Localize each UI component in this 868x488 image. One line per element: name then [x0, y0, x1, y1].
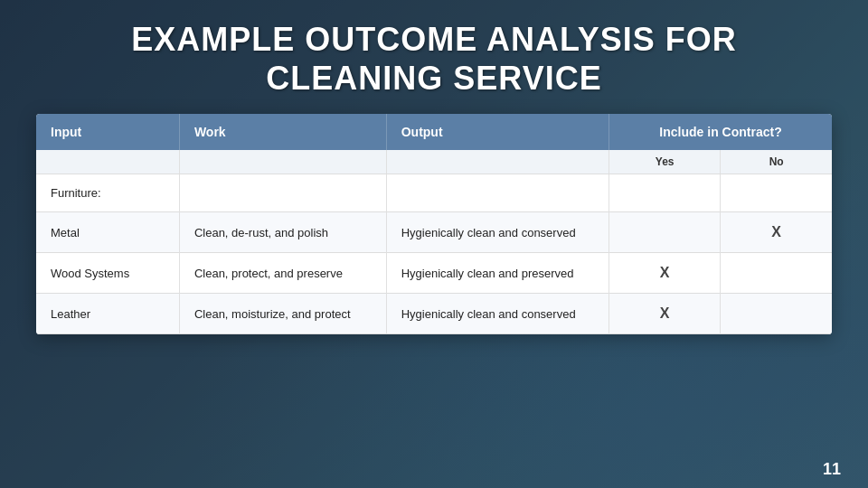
table-header-row: Input Work Output Include in Contract?: [36, 114, 832, 150]
row-3-input: Leather: [36, 294, 179, 334]
row-2-work: Clean, protect, and preserve: [179, 253, 386, 294]
row-0-input: Furniture:: [36, 174, 179, 212]
row-2-input: Wood Systems: [36, 253, 179, 294]
analysis-table: Input Work Output Include in Contract? Y…: [36, 114, 832, 334]
x-mark-2: X: [660, 265, 670, 280]
row-3-no: [721, 294, 832, 334]
row-0-no: [721, 174, 832, 212]
row-1-output: Hygienically clean and conserved: [386, 212, 609, 253]
header-output: Output: [386, 114, 609, 150]
table-row: Wood Systems Clean, protect, and preserv…: [36, 253, 832, 294]
table-row: Leather Clean, moisturize, and protect H…: [36, 294, 832, 334]
row-3-yes: X: [609, 294, 721, 334]
row-1-yes: [609, 212, 721, 253]
subheader-input: [36, 150, 179, 174]
row-2-yes: X: [609, 253, 721, 294]
row-0-output: [386, 174, 609, 212]
main-content: EXAMPLE OUTCOME ANALYSIS FOR CLEANING SE…: [0, 0, 868, 343]
analysis-table-wrapper: Input Work Output Include in Contract? Y…: [36, 114, 832, 334]
row-0-work: [179, 174, 386, 212]
row-1-work: Clean, de-rust, and polish: [179, 212, 386, 253]
row-2-output: Hygienically clean and preserved: [386, 253, 609, 294]
x-mark-1: X: [771, 224, 781, 239]
header-input: Input: [36, 114, 179, 150]
header-include: Include in Contract?: [609, 114, 832, 150]
page-number: 11: [823, 460, 841, 479]
table-row: Metal Clean, de-rust, and polish Hygieni…: [36, 212, 832, 253]
row-2-no: [721, 253, 832, 294]
row-1-input: Metal: [36, 212, 179, 253]
x-mark-3: X: [660, 305, 670, 321]
subheader-yes: Yes: [609, 150, 721, 174]
header-work: Work: [179, 114, 386, 150]
table-subheader-row: Yes No: [36, 150, 832, 174]
row-0-yes: [609, 174, 721, 212]
subheader-work: [179, 150, 386, 174]
page-title: EXAMPLE OUTCOME ANALYSIS FOR CLEANING SE…: [36, 20, 832, 98]
row-1-no: X: [721, 212, 832, 253]
subheader-no: No: [721, 150, 832, 174]
subheader-output: [386, 150, 609, 174]
row-3-output: Hygienically clean and conserved: [386, 294, 609, 334]
row-3-work: Clean, moisturize, and protect: [179, 294, 386, 334]
table-row: Furniture:: [36, 174, 832, 212]
